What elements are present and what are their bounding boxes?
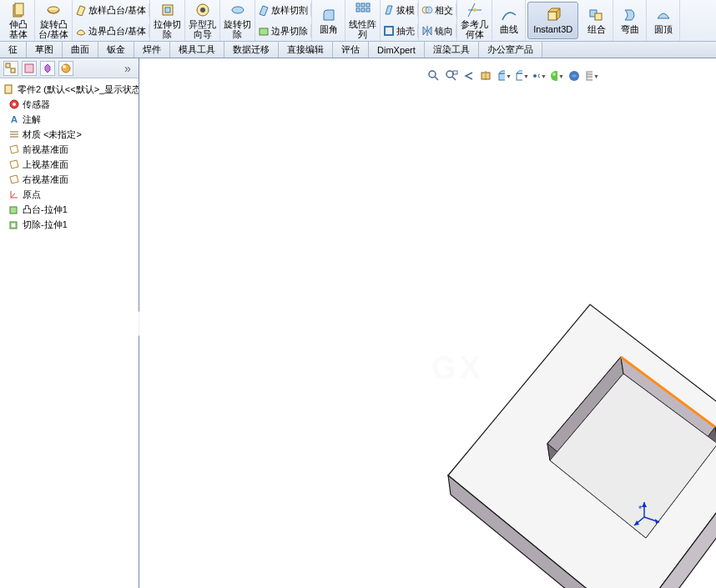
tab-evaluate[interactable]: 评估 <box>333 42 369 58</box>
appearance-tab[interactable] <box>58 61 73 76</box>
material-icon <box>8 128 20 140</box>
svg-rect-24 <box>595 13 602 20</box>
loft-boss-button[interactable]: 放样凸台/基体 <box>73 3 149 17</box>
section-icon <box>480 69 493 83</box>
tree-tab[interactable] <box>3 61 18 76</box>
tab-dimxpert[interactable]: DimXpert <box>369 42 425 58</box>
ref-geometry-button[interactable]: 参考几 何体 <box>457 0 492 41</box>
label: 旋转凸 <box>40 19 68 29</box>
mirror-button[interactable]: 镜向 <box>419 24 456 38</box>
tab-weldments[interactable]: 焊件 <box>134 42 170 58</box>
extrude-icon <box>10 2 27 18</box>
hide-show-button[interactable]: ▼ <box>532 68 547 83</box>
label: 台/基体 <box>38 29 68 39</box>
loft-cut-button[interactable]: 放样切割 <box>255 3 311 17</box>
svg-rect-22 <box>548 12 557 20</box>
tree-node-origin[interactable]: 原点 <box>2 187 137 202</box>
dome-button[interactable]: 圆顶 <box>647 0 680 41</box>
section-view-button[interactable] <box>479 68 494 83</box>
svg-rect-30 <box>5 85 12 93</box>
tab-features[interactable]: 征 <box>0 42 27 58</box>
view-settings-button[interactable]: ▼ <box>584 68 599 83</box>
svg-point-21 <box>473 8 476 12</box>
tree-node-top-plane[interactable]: 上视基准面 <box>2 157 137 172</box>
view-orient-button[interactable]: ▼ <box>497 68 512 83</box>
tree-node-right-plane[interactable]: 右视基准面 <box>2 172 137 187</box>
linear-pattern-button[interactable]: 线性阵 列 <box>345 0 381 41</box>
prev-view-button[interactable] <box>461 68 476 83</box>
svg-point-54 <box>551 71 557 81</box>
tab-office[interactable]: 办公室产品 <box>479 42 542 58</box>
instant3d-button[interactable]: Instant3D <box>527 2 578 39</box>
appear-icon <box>60 63 72 74</box>
flex-button[interactable]: 弯曲 <box>613 0 647 41</box>
combine-button[interactable]: 组合 <box>580 0 613 41</box>
tab-directedit[interactable]: 直接编辑 <box>279 42 333 58</box>
tree-node-annotations[interactable]: A注解 <box>2 112 137 127</box>
label: 除 <box>163 29 172 39</box>
tab-sketch[interactable]: 草图 <box>27 42 63 58</box>
revolve-boss-button[interactable]: 旋转凸 台/基体 <box>35 0 73 41</box>
ribbon-col: 相交 镜向 <box>419 0 457 41</box>
label: 旋转切 <box>224 19 251 29</box>
tree-node-cut-extrude[interactable]: 切除-拉伸1 <box>2 217 137 232</box>
tree-node-material[interactable]: 材质 <未指定> <box>2 127 137 142</box>
tree-node-sensors[interactable]: 传感器 <box>2 97 137 112</box>
display-style-button[interactable]: ▼ <box>514 68 529 83</box>
svg-point-43 <box>429 71 436 78</box>
feature-tree-panel: » 零件2 (默认<<默认>_显示状态 传感器 A注解 材质 <未指定> 前视基… <box>0 58 139 588</box>
label: 传感器 <box>23 98 50 111</box>
scene-icon <box>567 69 581 83</box>
prop-icon <box>23 63 35 74</box>
label: 抽壳 <box>396 26 415 36</box>
svg-rect-8 <box>260 28 268 35</box>
zoom-area-button[interactable] <box>444 68 459 83</box>
refgeo-icon <box>466 2 483 18</box>
expand-button[interactable]: » <box>120 61 135 76</box>
tab-surfaces[interactable]: 曲面 <box>63 42 98 58</box>
svg-point-53 <box>538 74 540 78</box>
boundary-boss-button[interactable]: 边界凸台/基体 <box>73 24 149 38</box>
appearance-button[interactable]: ▼ <box>549 68 564 83</box>
svg-point-45 <box>446 71 453 78</box>
model-3d[interactable] <box>306 225 716 588</box>
tree-node-boss-extrude[interactable]: 凸台-拉伸1 <box>2 202 137 217</box>
tree-root[interactable]: 零件2 (默认<<默认>_显示状态 <box>2 82 137 97</box>
svg-point-28 <box>62 64 70 73</box>
config-tab[interactable] <box>40 61 55 76</box>
extrude-cut-button[interactable]: 拉伸切 除 <box>150 0 185 41</box>
tab-moldtools[interactable]: 模具工具 <box>170 42 224 58</box>
label: 切除-拉伸1 <box>23 219 68 231</box>
mirror-icon <box>421 25 433 37</box>
label: 放样切割 <box>271 5 308 15</box>
tab-sheetmetal[interactable]: 钣金 <box>98 42 134 58</box>
zoom-fit-button[interactable] <box>426 68 441 83</box>
extrude-boss-button[interactable]: 伸凸 基体 <box>2 0 35 41</box>
label: 线性阵 <box>349 19 376 29</box>
curves-button[interactable]: 曲线 <box>492 0 526 41</box>
label: 参考几 <box>461 19 488 29</box>
scene-button[interactable] <box>567 68 582 83</box>
boundary-cut-button[interactable]: 边界切除 <box>255 24 311 38</box>
dispstyle-icon <box>514 69 522 83</box>
shell-button[interactable]: 抽壳 <box>381 24 418 38</box>
intersect-button[interactable]: 相交 <box>419 3 456 17</box>
label: 零件2 (默认<<默认>_显示状态 <box>18 83 139 96</box>
hole-icon <box>194 2 211 18</box>
plane-icon <box>8 173 20 185</box>
tree-node-front-plane[interactable]: 前视基准面 <box>2 142 137 157</box>
graphics-viewport[interactable]: ▼ ▼ ▼ ▼ ▼ <box>139 58 716 588</box>
label: 原点 <box>23 188 41 201</box>
draft-button[interactable]: 拔模 <box>381 3 418 17</box>
label: 除 <box>233 29 242 39</box>
revolve-cut-button[interactable]: 旋转切 除 <box>220 0 255 41</box>
svg-point-55 <box>552 73 556 76</box>
property-tab[interactable] <box>22 61 37 76</box>
tab-render[interactable]: 渲染工具 <box>425 42 479 58</box>
hole-wizard-button[interactable]: 异型孔 向导 <box>185 0 220 41</box>
hideshow-icon <box>532 69 540 83</box>
tab-datamigration[interactable]: 数据迁移 <box>224 42 279 58</box>
fillet-button[interactable]: 圆角 <box>312 0 345 41</box>
sensor-icon <box>8 98 20 110</box>
orient-icon <box>497 69 505 83</box>
